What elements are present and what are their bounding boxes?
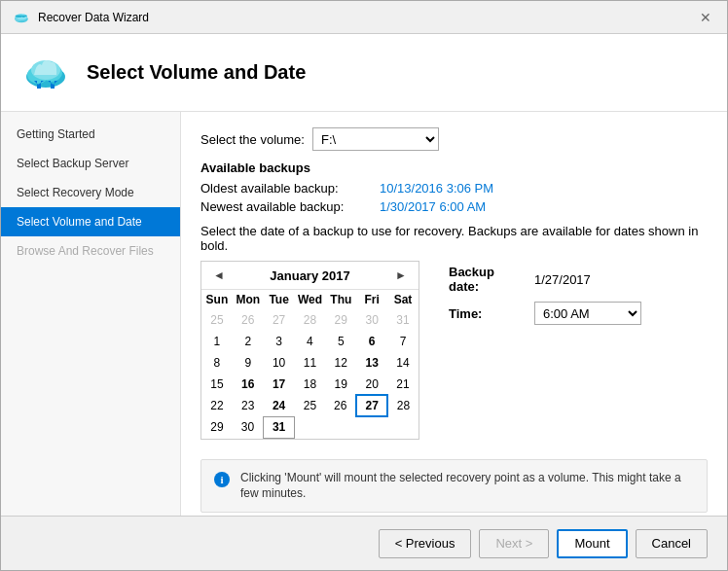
cal-day: 15 [201,374,233,395]
oldest-backup-value: 10/13/2016 3:06 PM [380,181,493,196]
cal-header-sat: Sat [387,290,419,309]
cal-day: 23 [233,395,264,416]
header-title: Select Volume and Date [87,61,306,84]
cal-day[interactable]: 27 [356,395,387,416]
title-bar: Recover Data Wizard ✕ [1,1,727,34]
cal-day: 10 [264,352,295,374]
footer: < Previous Next > Mount Cancel [1,516,727,570]
cal-day [387,416,419,438]
cal-header-fri: Fri [356,290,387,309]
volume-select[interactable]: F:\ [312,127,439,151]
cal-day: 25 [295,395,326,416]
cal-week-2: 891011121314 [201,352,419,374]
oldest-backup-label: Oldest available backup: [200,181,376,196]
calendar-body: 2526272829303112345678910111213141516171… [201,309,419,438]
newest-backup-label: Newest available backup: [200,199,376,214]
cal-day: 26 [233,309,264,331]
cal-header-wed: Wed [295,290,326,309]
cal-day: 1 [201,331,233,352]
time-label: Time: [449,306,527,321]
cancel-button[interactable]: Cancel [636,529,708,558]
cal-month-year: January 2017 [270,268,349,283]
recover-data-wizard-dialog: Recover Data Wizard ✕ Select Volume and … [0,0,728,571]
wizard-icon [13,9,30,26]
cal-day: 25 [201,309,233,331]
sidebar: Getting Started Select Backup Server Sel… [1,112,181,516]
instruction-text: Select the date of a backup to use for r… [200,224,708,253]
time-row: Time: 6:00 AM [449,302,641,325]
cal-day: 11 [295,352,326,374]
cal-week-4: 22232425262728 [201,395,419,416]
cal-day: 31 [387,309,419,331]
cal-day[interactable]: 13 [356,352,387,374]
sidebar-item-browse-recover-files: Browse And Recover Files [1,236,180,266]
volume-row: Select the volume: F:\ [200,127,708,151]
cal-next-button[interactable]: ► [391,266,411,285]
cal-prev-button[interactable]: ◄ [209,266,229,285]
cal-day: 30 [356,309,387,331]
cal-day: 20 [356,374,387,395]
sidebar-item-getting-started[interactable]: Getting Started [1,120,180,149]
cal-day: 9 [233,352,264,374]
date-time-panel: Backup date: 1/27/2017 Time: 6:00 AM [449,261,641,325]
cal-day [295,416,326,438]
backup-date-value: 1/27/2017 [534,272,591,287]
cal-day[interactable]: 17 [264,374,295,395]
cal-week-5: 293031 [201,416,419,438]
cal-day: 4 [295,331,326,352]
mount-button[interactable]: Mount [557,529,627,558]
content-area: Select the volume: F:\ Available backups… [181,112,727,516]
cal-header-sun: Sun [201,290,233,309]
cal-day: 28 [295,309,326,331]
title-bar-left: Recover Data Wizard [13,9,149,26]
sidebar-item-select-backup-server[interactable]: Select Backup Server [1,149,180,178]
cal-day: 14 [387,352,419,374]
cal-day[interactable]: 6 [356,331,387,352]
cal-day: 29 [201,416,233,438]
cal-day [325,416,356,438]
newest-backup-row: Newest available backup: 1/30/2017 6:00 … [200,199,708,214]
calendar-grid: Sun Mon Tue Wed Thu Fri Sat 252627282930… [201,290,419,439]
newest-backup-value: 1/30/2017 6:00 AM [380,199,486,214]
calendar-header: ◄ January 2017 ► [201,262,419,290]
cal-day[interactable]: 24 [264,395,295,416]
cal-header-thu: Thu [325,290,356,309]
cal-header-tue: Tue [264,290,295,309]
previous-button[interactable]: < Previous [379,529,472,558]
info-text: Clicking 'Mount' will mount the selected… [240,470,695,503]
cal-day: 26 [325,395,356,416]
sidebar-item-select-volume-date[interactable]: Select Volume and Date [1,207,180,236]
cal-day: 28 [387,395,419,416]
cal-day: 21 [387,374,419,395]
cal-day: 19 [325,374,356,395]
info-box: i Clicking 'Mount' will mount the select… [200,459,708,514]
volume-label: Select the volume: [200,132,305,147]
calendar-date-section: ◄ January 2017 ► Sun Mon Tue Wed Thu [200,261,708,440]
cal-day: 31 [264,416,295,438]
cal-day: 8 [201,352,233,374]
time-select[interactable]: 6:00 AM [534,302,641,325]
cal-day: 22 [201,395,233,416]
close-button[interactable]: ✕ [696,8,715,27]
main-content: Getting Started Select Backup Server Sel… [1,112,727,516]
backup-date-row: Backup date: 1/27/2017 [449,265,641,294]
cal-week-1: 1234567 [201,331,419,352]
cal-day: 2 [233,331,264,352]
cal-day: 7 [387,331,419,352]
cal-day: 5 [325,331,356,352]
cal-day: 12 [325,352,356,374]
sidebar-item-select-recovery-mode[interactable]: Select Recovery Mode [1,178,180,207]
info-icon: i [213,471,231,488]
cal-day: 29 [325,309,356,331]
available-backups-label: Available backups [200,161,708,175]
cal-day: 3 [264,331,295,352]
cal-day: 18 [295,374,326,395]
header-icon [20,48,71,98]
next-button[interactable]: Next > [479,529,549,558]
calendar: ◄ January 2017 ► Sun Mon Tue Wed Thu [200,261,419,440]
title-bar-text: Recover Data Wizard [38,11,149,24]
cal-day: 30 [233,416,264,438]
cal-day[interactable]: 16 [233,374,264,395]
cal-day: 27 [264,309,295,331]
cal-header-mon: Mon [233,290,264,309]
